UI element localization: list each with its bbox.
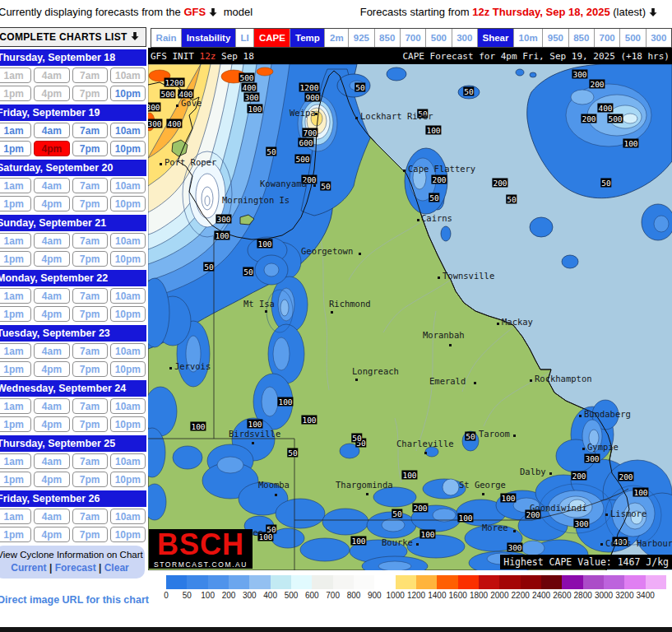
time-button-10pm[interactable]: 10pm: [110, 141, 146, 156]
time-button-4pm[interactable]: 4pm: [34, 416, 69, 432]
time-button-1pm[interactable]: 1pm: [0, 196, 31, 211]
time-button-7pm[interactable]: 7pm: [72, 472, 108, 487]
time-button-7pm[interactable]: 7pm: [72, 527, 108, 542]
time-button-4am[interactable]: 4am: [34, 123, 69, 138]
time-button-10pm[interactable]: 10pm: [110, 196, 146, 211]
time-button-4am[interactable]: 4am: [34, 343, 69, 359]
toolbar-button-temp[interactable]: Temp: [290, 29, 325, 47]
time-button-10pm[interactable]: 10pm: [110, 472, 146, 487]
time-button-10am[interactable]: 10am: [110, 509, 146, 524]
time-button-7pm[interactable]: 7pm: [72, 196, 108, 211]
sidebar-days: Thursday, September 181am4am7am10am1pm4p…: [0, 49, 146, 543]
time-button-7am[interactable]: 7am: [72, 233, 108, 249]
toolbar-button-700[interactable]: 700: [401, 29, 426, 47]
time-button-7pm[interactable]: 7pm: [72, 361, 108, 377]
time-button-10pm[interactable]: 10pm: [110, 86, 146, 101]
time-button-10am[interactable]: 10am: [110, 233, 146, 249]
toolbar-button-850[interactable]: 850: [569, 29, 595, 47]
time-button-7pm[interactable]: 7pm: [72, 141, 108, 156]
time-button-4am[interactable]: 4am: [34, 233, 69, 249]
model-dropdown-arrow-icon[interactable]: [208, 7, 218, 20]
time-button-7pm[interactable]: 7pm: [72, 416, 108, 432]
time-button-10am[interactable]: 10am: [110, 398, 146, 414]
time-button-1pm[interactable]: 1pm: [0, 251, 31, 267]
time-button-7am[interactable]: 7am: [72, 123, 108, 138]
time-button-4am[interactable]: 4am: [34, 178, 69, 193]
time-button-1am[interactable]: 1am: [0, 233, 31, 249]
time-button-7am[interactable]: 7am: [72, 509, 108, 524]
toolbar-button-500[interactable]: 500: [620, 29, 646, 47]
time-button-1am[interactable]: 1am: [0, 288, 31, 304]
toolbar-button-850[interactable]: 850: [375, 29, 401, 47]
time-button-1am[interactable]: 1am: [0, 398, 31, 414]
town-marker: [313, 184, 316, 187]
time-button-10pm[interactable]: 10pm: [110, 361, 146, 377]
time-button-7pm[interactable]: 7pm: [72, 251, 108, 267]
time-button-1am[interactable]: 1am: [0, 343, 31, 359]
toolbar-button-300[interactable]: 300: [647, 29, 671, 47]
time-button-1pm[interactable]: 1pm: [0, 361, 31, 377]
town-marker: [416, 543, 419, 546]
time-button-10pm[interactable]: 10pm: [110, 251, 146, 267]
time-button-4am[interactable]: 4am: [34, 453, 69, 469]
time-button-10am[interactable]: 10am: [110, 178, 146, 193]
toolbar-button-cape[interactable]: CAPE: [254, 29, 290, 47]
time-button-4pm[interactable]: 4pm: [34, 196, 69, 211]
time-button-4pm[interactable]: 4pm: [34, 472, 69, 487]
direct-image-url-link[interactable]: Direct image URL for this chart: [0, 594, 151, 606]
toolbar-button-2m[interactable]: 2m: [325, 29, 349, 47]
toolbar-button-shear[interactable]: Shear: [478, 29, 514, 47]
time-button-7am[interactable]: 7am: [72, 453, 108, 469]
toolbar-button-700[interactable]: 700: [595, 29, 620, 47]
cyclone-link-clear[interactable]: Clear: [104, 562, 129, 574]
time-button-4pm[interactable]: 4pm: [34, 361, 69, 377]
run-dropdown-arrow-icon[interactable]: [648, 7, 658, 20]
time-button-4pm[interactable]: 4pm: [34, 306, 69, 322]
scale-swatch-2600: [562, 575, 582, 589]
time-button-4am[interactable]: 4am: [34, 288, 69, 304]
time-button-7am[interactable]: 7am: [72, 398, 108, 414]
time-button-4am[interactable]: 4am: [34, 509, 69, 524]
time-button-1pm[interactable]: 1pm: [0, 472, 31, 487]
time-button-10am[interactable]: 10am: [110, 123, 146, 138]
time-button-1pm[interactable]: 1pm: [0, 527, 31, 542]
day-header: Friday, September 26: [0, 490, 146, 507]
time-button-4pm[interactable]: 4pm: [34, 251, 69, 267]
time-button-10am[interactable]: 10am: [110, 343, 146, 359]
time-button-1pm[interactable]: 1pm: [0, 416, 31, 432]
time-button-1am[interactable]: 1am: [0, 123, 31, 138]
time-button-10am[interactable]: 10am: [110, 453, 146, 469]
charts-list-header[interactable]: COMPLETE CHARTS LIST: [0, 27, 146, 47]
time-button-4pm[interactable]: 4pm: [34, 527, 69, 542]
time-button-10pm[interactable]: 10pm: [110, 306, 146, 322]
cyclone-link-current[interactable]: Current: [11, 562, 46, 574]
time-button-10pm[interactable]: 10pm: [110, 416, 146, 432]
toolbar-button-10m[interactable]: 10m: [514, 29, 543, 47]
time-button-7am[interactable]: 7am: [72, 343, 108, 359]
time-button-1am[interactable]: 1am: [0, 453, 31, 469]
toolbar-button-300[interactable]: 300: [452, 29, 478, 47]
toolbar-button-500[interactable]: 500: [426, 29, 452, 47]
town-label-dalby: Dalby: [520, 467, 546, 476]
time-button-7am[interactable]: 7am: [72, 178, 108, 193]
time-button-1pm[interactable]: 1pm: [0, 306, 31, 322]
time-button-1am[interactable]: 1am: [0, 178, 31, 193]
time-button-10am[interactable]: 10am: [110, 288, 146, 304]
contour-label: 300: [216, 215, 231, 224]
time-button-4pm[interactable]: 4pm: [34, 141, 69, 156]
toolbar-button-li[interactable]: LI: [236, 29, 254, 47]
cyclone-link-forecast[interactable]: Forecast: [55, 562, 96, 574]
contour-label: 300: [243, 93, 259, 102]
contour-label: 100: [401, 471, 417, 480]
time-button-7pm[interactable]: 7pm: [72, 306, 108, 322]
toolbar-button-925[interactable]: 925: [349, 29, 374, 47]
time-button-4am[interactable]: 4am: [34, 398, 69, 414]
time-button-7am[interactable]: 7am: [72, 288, 108, 304]
time-button-1pm[interactable]: 1pm: [0, 141, 31, 156]
toolbar-button-rain[interactable]: Rain: [151, 29, 182, 47]
scale-swatch-400: [271, 575, 291, 589]
time-button-1am[interactable]: 1am: [0, 509, 31, 524]
toolbar-button-instability[interactable]: Instability: [182, 29, 236, 47]
toolbar-button-950[interactable]: 950: [543, 29, 568, 47]
time-button-10pm[interactable]: 10pm: [110, 527, 146, 542]
